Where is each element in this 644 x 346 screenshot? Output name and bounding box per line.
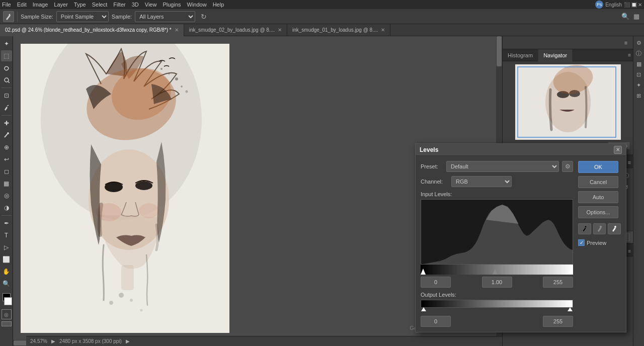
pen-tool[interactable]: ✒ [1,218,12,229]
window-controls[interactable]: ⬛ 🔲 ✕ [624,2,642,8]
menu-plugins[interactable]: Plugins [163,2,181,8]
preset-gear-btn[interactable]: ⚙ [562,161,573,172]
output-black-input[interactable] [421,316,451,327]
gray-eyedropper-btn[interactable] [593,223,606,234]
preset-label: Preset: [421,163,443,169]
ok-button[interactable]: OK [578,161,618,173]
dialog-close-btn[interactable]: ✕ [614,146,622,154]
clone-tool[interactable]: ⊕ [1,142,12,153]
tab-02psd-close[interactable]: ✕ [175,27,179,33]
svg-point-22 [109,301,113,305]
output-black-handle[interactable] [421,307,426,311]
document-tabs: 02.psd @ 24.6% (blonde_redhead_by_niloxs… [0,24,644,36]
language-indicator: English [605,2,622,8]
preview-checkbox[interactable]: ✓ [578,239,585,246]
quick-select-tool[interactable] [1,74,12,85]
panel-options-btn[interactable]: ≡ [628,52,631,58]
options-button[interactable]: Options... [578,206,618,218]
adj-tab-end: ≡ [626,245,633,257]
tools-divider-1 [2,88,12,88]
path-tool[interactable]: ▷ [1,242,12,253]
svg-point-0 [9,14,11,15]
ri-icon-1[interactable]: ⚙ [634,38,643,47]
crop-tool[interactable]: ⊡ [1,90,12,101]
heal-tool[interactable]: ✚ [1,118,12,129]
tab-ink02[interactable]: ink_smudge_02_by_loadus.jpg @ 8.... ✕ [184,24,287,36]
ri-icon-5[interactable]: ✦ [634,80,643,90]
history-brush-tool[interactable]: ↩ [1,154,12,165]
white-point-handle[interactable] [568,269,573,275]
tab-ink02-close[interactable]: ✕ [278,27,282,33]
output-white-handle[interactable] [568,307,573,311]
midpoint-handle[interactable] [493,269,498,275]
brush-tool-btn[interactable] [3,11,14,22]
right-panel-close[interactable]: ≡ [621,38,631,48]
panel-tabs-end: ≡ [626,49,633,61]
hand-tool[interactable]: ✋ [1,266,12,277]
tab-ink01[interactable]: ink_smudge_01_by_loadus.jpg @ 8.... ✕ [287,24,390,36]
canvas-image[interactable] [21,44,229,333]
output-levels-slider[interactable] [421,300,573,308]
sample-size-select[interactable]: Point Sample 3 by 3 Average 5 by 5 Avera… [56,11,109,22]
menu-filter[interactable]: Filter [113,2,125,8]
output-white-input[interactable] [543,316,573,327]
white-point-input[interactable] [543,277,573,288]
menu-select[interactable]: Select [92,2,108,8]
shape-tool[interactable]: ⬜ [1,254,12,265]
panels-icon[interactable]: ▦ [632,12,641,21]
eyedropper-tool[interactable] [1,102,12,113]
menu-image[interactable]: Image [33,2,48,8]
move-tool[interactable]: ✦ [1,38,12,49]
cancel-button[interactable]: Cancel [578,176,618,188]
menu-window[interactable]: Window [187,2,207,8]
text-tool[interactable]: T [1,230,12,241]
preset-select[interactable]: Default Custom [446,161,559,172]
tab-histogram[interactable]: Histogram [503,49,538,61]
eyedropper-row [578,223,621,234]
preview-label[interactable]: Preview [587,240,606,246]
eraser-tool[interactable]: ◻ [1,166,12,177]
menu-type[interactable]: Type [74,2,86,8]
search-icon[interactable]: 🔍 [621,12,630,21]
sample-label: Sample: [112,14,132,20]
black-point-input[interactable] [421,277,451,288]
input-levels-slider[interactable] [421,265,573,275]
dodge-tool[interactable]: ◑ [1,202,12,213]
props-options-btn[interactable]: ≡ [626,156,633,168]
v-scrollbar-thumb[interactable] [497,36,502,66]
ri-icon-4[interactable]: ⊡ [634,70,643,79]
auto-button[interactable]: Auto [578,191,618,203]
menu-3d[interactable]: 3D [132,2,139,8]
menu-view[interactable]: View [145,2,157,8]
blur-tool[interactable]: ◎ [1,190,12,201]
black-eyedropper-btn[interactable] [578,223,591,234]
refresh-btn[interactable]: ↻ [198,11,209,22]
screen-mode-btn[interactable] [2,321,12,326]
menu-help[interactable]: Help [213,2,224,8]
tab-ink01-close[interactable]: ✕ [381,27,385,33]
dialog-titlebar[interactable]: Levels ✕ [416,144,626,156]
ri-icon-3[interactable]: ▦ [634,59,643,68]
menu-file[interactable]: File [2,2,11,8]
white-eyedropper-btn[interactable] [608,223,621,234]
ri-icon-6[interactable]: ⊞ [634,91,643,100]
ri-icon-2[interactable]: ⓘ [634,49,643,58]
black-point-handle[interactable] [421,269,426,275]
svg-point-21 [130,299,133,302]
channel-select[interactable]: RGB Red Green Blue [451,176,512,187]
background-color[interactable] [4,297,12,305]
zoom-tool[interactable]: 🔍 [1,278,12,289]
brush-tool[interactable] [1,130,12,141]
sample-select[interactable]: All Layers Current Layer [135,11,195,22]
menu-layer[interactable]: Layer [54,2,68,8]
lasso-tool[interactable] [1,62,12,73]
tab-02psd[interactable]: 02.psd @ 24.6% (blonde_redhead_by_niloxs… [0,24,184,36]
adj-options-btn[interactable]: ≡ [628,248,631,254]
marquee-tool[interactable]: ⬚ [1,50,12,61]
quick-mask-btn[interactable]: ◎ [2,309,12,319]
gradient-tool[interactable]: ▦ [1,178,12,189]
midpoint-input[interactable] [482,277,512,288]
menu-edit[interactable]: Edit [17,2,27,8]
menu-bar: File Edit Image Layer Type Select Filter… [0,0,644,9]
tab-navigator[interactable]: Navigator [538,49,573,61]
